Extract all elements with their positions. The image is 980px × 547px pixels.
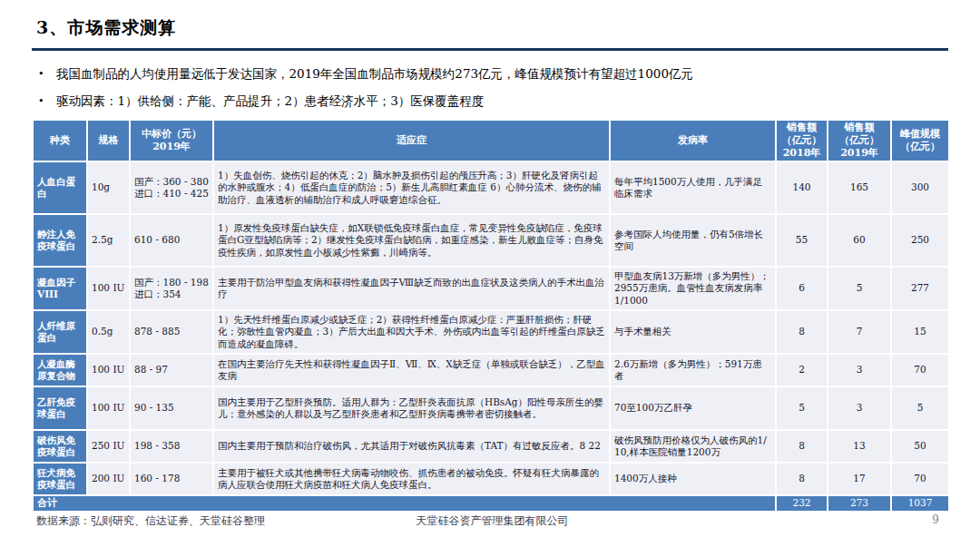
cell-indication: 在国内主要治疗先天性和获得性凝血因子Ⅱ、Ⅶ、Ⅸ、Ⅹ缺乏症（单独或联合缺乏），乙型… bbox=[213, 354, 610, 386]
cell-peak: 50 bbox=[891, 430, 949, 463]
cell-sales-2018: 8 bbox=[776, 430, 828, 463]
cell-type: 凝血因子VIII bbox=[33, 267, 87, 310]
table-row: 乙肝免疫球蛋白 100 IU 90 - 135 国内主要用于乙型肝炎预防。适用人… bbox=[33, 386, 949, 430]
cell-price: 160 - 178 bbox=[130, 463, 213, 495]
cell-price: 90 - 135 bbox=[130, 386, 213, 430]
cell-spec: 100 IU bbox=[87, 267, 130, 310]
bullet-item: • 我国血制品的人均使用量远低于发达国家，2019年全国血制品市场规模约273亿… bbox=[38, 65, 946, 83]
total-sales-2019: 273 bbox=[828, 495, 891, 512]
cell-sales-2019: 17 bbox=[828, 463, 891, 495]
cell-sales-2019: 5 bbox=[828, 267, 891, 310]
cell-peak: 70 bbox=[891, 463, 949, 495]
cell-spec: 10g bbox=[87, 161, 130, 214]
table-row: 人纤维原蛋白 0.5g 878 - 885 1）先天性纤维蛋白原减少或缺乏症；2… bbox=[33, 310, 949, 354]
cell-spec: 100 IU bbox=[87, 386, 130, 430]
total-peak: 1037 bbox=[891, 495, 949, 512]
cell-indication: 国内主要用于预防和治疗破伤风，尤其适用于对破伤风抗毒素（TAT）有过敏反应者。8… bbox=[213, 430, 610, 463]
cell-incidence: 1400万人接种 bbox=[610, 463, 776, 495]
cell-price: 国产：180 - 198 进口：354 bbox=[130, 267, 213, 310]
cell-incidence: 70至100万乙肝孕 bbox=[610, 386, 776, 430]
col-header-sales-2019: 销售额 （亿元） 2019年 bbox=[828, 120, 891, 161]
bullet-item: • 驱动因素：1）供给侧：产能、产品提升；2）患者经济水平；3）医保覆盖程度 bbox=[38, 93, 946, 111]
table-total-row: 合计 232 273 1037 bbox=[33, 495, 949, 512]
title-divider bbox=[32, 48, 948, 51]
cell-incidence: 每年平均1500万人使用，几乎满足临床需求 bbox=[610, 161, 776, 214]
col-header-sales-2018: 销售额 （亿元） 2018年 bbox=[776, 120, 828, 161]
table-row: 狂犬病免疫球蛋白 200 IU 160 - 178 主要用于被狂犬或其他携带狂犬… bbox=[33, 463, 949, 495]
cell-incidence: 与手术量相关 bbox=[610, 310, 776, 354]
table-row: 人凝血酶原复合物 100 IU 88 - 97 在国内主要治疗先天性和获得性凝血… bbox=[33, 354, 949, 386]
cell-peak: 250 bbox=[891, 214, 949, 267]
cell-sales-2018: 2 bbox=[776, 354, 828, 386]
col-header-peak: 峰值规模 （亿元） bbox=[891, 120, 949, 161]
table-row: 静注人免疫球蛋白 2.5g 610 - 680 1）原发性免疫球蛋白缺失症，如X… bbox=[33, 214, 949, 267]
col-header-indication: 适应症 bbox=[213, 120, 610, 161]
cell-type: 乙肝免疫球蛋白 bbox=[33, 386, 87, 430]
cell-type: 人血白蛋白 bbox=[33, 161, 87, 214]
cell-sales-2018: 5 bbox=[776, 386, 828, 430]
page-title: 3、市场需求测算 bbox=[36, 16, 176, 40]
data-source-note: 数据来源：弘则研究、信达证券、天堂硅谷整理 bbox=[36, 513, 265, 529]
cell-price: 88 - 97 bbox=[130, 354, 213, 386]
total-label: 合计 bbox=[33, 495, 776, 512]
slide: 3、市场需求测算 • 我国血制品的人均使用量远低于发达国家，2019年全国血制品… bbox=[0, 0, 980, 547]
cell-price: 610 - 680 bbox=[130, 214, 213, 267]
cell-price: 198 - 358 bbox=[130, 430, 213, 463]
cell-sales-2019: 7 bbox=[828, 310, 891, 354]
cell-sales-2018: 8 bbox=[776, 463, 828, 495]
company-name: 天堂硅谷资产管理集团有限公司 bbox=[416, 513, 569, 529]
cell-type: 静注人免疫球蛋白 bbox=[33, 214, 87, 267]
bullet-text: 驱动因素：1）供给侧：产能、产品提升；2）患者经济水平；3）医保覆盖程度 bbox=[56, 93, 484, 111]
cell-sales-2018: 55 bbox=[776, 214, 828, 267]
cell-type: 人纤维原蛋白 bbox=[33, 310, 87, 354]
cell-indication: 1）失血创伤、烧伤引起的休克；2）脑水肿及损伤引起的颅压升高；3）肝硬化及肾病引… bbox=[213, 161, 610, 214]
cell-type: 破伤风免疫球蛋白 bbox=[33, 430, 87, 463]
cell-spec: 2.5g bbox=[87, 214, 130, 267]
cell-sales-2018: 140 bbox=[776, 161, 828, 214]
cell-indication: 国内主要用于乙型肝炎预防。适用人群为：乙型肝炎表面抗原（HBsAg）阳性母亲所生… bbox=[213, 386, 610, 430]
bullet-marker-icon: • bbox=[38, 65, 56, 83]
cell-peak: 15 bbox=[891, 310, 949, 354]
cell-indication: 主要用于防治甲型血友病和获得性凝血因子Ⅷ缺乏而致的出血症状及这类病人的手术出血治… bbox=[213, 267, 610, 310]
bullet-list: • 我国血制品的人均使用量远低于发达国家，2019年全国血制品市场规模约273亿… bbox=[38, 65, 946, 120]
col-header-price: 中标价（元） 2019年 bbox=[130, 120, 213, 161]
page-number: 9 bbox=[932, 513, 939, 526]
cell-sales-2018: 8 bbox=[776, 310, 828, 354]
cell-indication: 1）原发性免疫球蛋白缺失症，如X联锁低免疫球蛋白血症，常见变异性免疫缺陷症，免疫… bbox=[213, 214, 610, 267]
cell-peak: 70 bbox=[891, 354, 949, 386]
bullet-text: 我国血制品的人均使用量远低于发达国家，2019年全国血制品市场规模约273亿元，… bbox=[56, 65, 693, 83]
cell-incidence: 甲型血友病13万新增（多为男性）；2955万患病。血管性血友病发病率1/1000 bbox=[610, 267, 776, 310]
col-header-type: 种类 bbox=[33, 120, 87, 161]
cell-sales-2019: 13 bbox=[828, 430, 891, 463]
cell-spec: 250 IU bbox=[87, 430, 130, 463]
table-row: 人血白蛋白 10g 国产：360 - 380 进口：410 - 425 1）失血… bbox=[33, 161, 949, 214]
col-header-spec: 规格 bbox=[87, 120, 130, 161]
table-header-row: 种类 规格 中标价（元） 2019年 适应症 发病率 销售额 （亿元） 2018… bbox=[33, 120, 949, 161]
cell-incidence: 参考国际人均使用量，仍有5倍增长空间 bbox=[610, 214, 776, 267]
cell-price: 国产：360 - 380 进口：410 - 425 bbox=[130, 161, 213, 214]
table-row: 凝血因子VIII 100 IU 国产：180 - 198 进口：354 主要用于… bbox=[33, 267, 949, 310]
cell-incidence: 2.6万新增（多为男性）；591万患者 bbox=[610, 354, 776, 386]
total-sales-2018: 232 bbox=[776, 495, 828, 512]
cell-peak: 5 bbox=[891, 386, 949, 430]
cell-indication: 主要用于被狂犬或其他携带狂犬病毒动物咬伤、抓伤患者的被动免疫。怀疑有狂犬病暴露的… bbox=[213, 463, 610, 495]
table-row: 破伤风免疫球蛋白 250 IU 198 - 358 国内主要用于预防和治疗破伤风… bbox=[33, 430, 949, 463]
cell-indication: 1）先天性纤维蛋白原减少或缺乏症；2）获得性纤维蛋白原减少症：严重肝脏损伤；肝硬… bbox=[213, 310, 610, 354]
cell-spec: 100 IU bbox=[87, 354, 130, 386]
cell-type: 人凝血酶原复合物 bbox=[33, 354, 87, 386]
cell-price: 878 - 885 bbox=[130, 310, 213, 354]
blood-products-table: 种类 规格 中标价（元） 2019年 适应症 发病率 销售额 （亿元） 2018… bbox=[32, 119, 950, 513]
cell-peak: 300 bbox=[891, 161, 949, 214]
col-header-incidence: 发病率 bbox=[610, 120, 776, 161]
cell-sales-2019: 165 bbox=[828, 161, 891, 214]
cell-spec: 0.5g bbox=[87, 310, 130, 354]
cell-peak: 277 bbox=[891, 267, 949, 310]
cell-type: 狂犬病免疫球蛋白 bbox=[33, 463, 87, 495]
bullet-marker-icon: • bbox=[38, 93, 56, 111]
cell-sales-2019: 3 bbox=[828, 354, 891, 386]
cell-incidence: 破伤风预防用价格仅为人破伤风的1/10,样本医院销量1200万 bbox=[610, 430, 776, 463]
cell-sales-2018: 6 bbox=[776, 267, 828, 310]
cell-sales-2019: 60 bbox=[828, 214, 891, 267]
cell-spec: 200 IU bbox=[87, 463, 130, 495]
cell-sales-2019: 3 bbox=[828, 386, 891, 430]
